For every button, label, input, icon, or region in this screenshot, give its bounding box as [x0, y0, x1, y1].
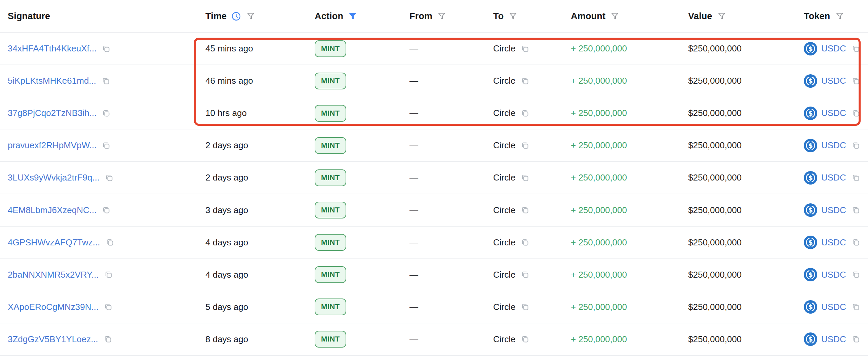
token-link[interactable]: USDC — [821, 108, 846, 118]
time-text: 4 days ago — [206, 237, 248, 248]
copy-icon[interactable] — [101, 44, 111, 54]
copy-icon[interactable] — [520, 237, 530, 248]
svg-text:$: $ — [808, 206, 812, 214]
token-link[interactable]: USDC — [821, 302, 846, 312]
copy-icon[interactable] — [520, 108, 530, 118]
signature-link[interactable]: XApoERoCgMNz39N... — [8, 302, 98, 312]
column-header-value: Value — [688, 0, 727, 32]
signature-link[interactable]: 34xHFA4Tth4KkeuXf... — [8, 43, 96, 54]
filter-active-icon[interactable] — [348, 11, 358, 21]
copy-icon[interactable] — [851, 108, 861, 118]
to-account-label: Circle — [493, 76, 515, 86]
filter-icon[interactable] — [717, 11, 727, 21]
copy-icon[interactable] — [851, 173, 861, 183]
signature-link[interactable]: 3ZdgGzV5BY1YLoez... — [8, 334, 98, 345]
value-text: $250,000,000 — [688, 108, 742, 118]
column-header-amount: Amount — [571, 0, 620, 32]
time-text: 4 days ago — [206, 269, 248, 280]
copy-icon[interactable] — [101, 140, 111, 151]
column-header-signature: Signature — [8, 0, 50, 32]
amount-text: + 250,000,000 — [571, 334, 627, 345]
signature-cell: 34xHFA4Tth4KkeuXf... — [8, 33, 111, 65]
copy-icon[interactable] — [851, 302, 861, 312]
signature-link[interactable]: 5iKpLKtsMHKe61md... — [8, 76, 96, 86]
copy-icon[interactable] — [520, 269, 530, 280]
signature-link[interactable]: pravuexf2RHpMVpW... — [8, 140, 96, 151]
copy-icon[interactable] — [104, 173, 114, 183]
copy-icon[interactable] — [851, 334, 861, 344]
copy-icon[interactable] — [851, 205, 861, 215]
filter-icon[interactable] — [508, 11, 518, 21]
amount-text: + 250,000,000 — [571, 43, 627, 54]
from-cell: — — [409, 129, 418, 161]
copy-icon[interactable] — [103, 334, 113, 344]
mint-action-badge: MINT — [315, 234, 346, 251]
token-link[interactable]: USDC — [821, 205, 846, 216]
copy-icon[interactable] — [851, 140, 861, 151]
token-cell: $ USDC — [804, 291, 861, 323]
svg-text:$: $ — [808, 174, 812, 182]
filter-icon[interactable] — [610, 11, 620, 21]
table-row: 4GPSHWvzAFQ7Twz... 4 days ago MINT — Cir… — [0, 227, 868, 259]
signature-link[interactable]: 37g8PjCqo2TzNB3ih... — [8, 108, 96, 118]
signature-cell: 3LUXs9yWvkja2trF9q... — [8, 162, 114, 194]
token-link[interactable]: USDC — [821, 237, 846, 248]
time-cell: 10 hrs ago — [206, 97, 247, 129]
mint-action-badge: MINT — [315, 40, 346, 57]
copy-icon[interactable] — [103, 302, 113, 312]
token-link[interactable]: USDC — [821, 43, 846, 54]
token-link[interactable]: USDC — [821, 334, 846, 345]
copy-icon[interactable] — [851, 44, 861, 54]
table-row: pravuexf2RHpMVpW... 2 days ago MINT — Ci… — [0, 129, 868, 162]
from-empty-dash: — — [409, 334, 418, 345]
copy-icon[interactable] — [101, 76, 111, 86]
token-link[interactable]: USDC — [821, 172, 846, 183]
amount-text: + 250,000,000 — [571, 108, 627, 118]
to-cell: Circle — [493, 162, 530, 194]
token-link[interactable]: USDC — [821, 269, 846, 280]
clock-icon[interactable] — [231, 11, 241, 22]
action-cell: MINT — [315, 162, 346, 194]
svg-text:$: $ — [808, 335, 812, 343]
token-cell: $ USDC — [804, 259, 861, 291]
value-text: $250,000,000 — [688, 140, 742, 151]
token-transactions-table: Signature Time Action From To — [0, 0, 868, 359]
copy-icon[interactable] — [520, 76, 530, 86]
action-cell: MINT — [315, 129, 346, 161]
amount-cell: + 250,000,000 — [571, 227, 627, 259]
copy-icon[interactable] — [520, 44, 530, 54]
time-cell: 2 days ago — [206, 129, 248, 161]
from-empty-dash: — — [409, 269, 418, 280]
mint-action-badge: MINT — [315, 73, 346, 90]
signature-link[interactable]: 3LUXs9yWvkja2trF9q... — [8, 172, 99, 183]
value-cell: $250,000,000 — [688, 259, 742, 291]
mint-action-badge: MINT — [315, 331, 346, 348]
amount-text: + 250,000,000 — [571, 269, 627, 280]
amount-cell: + 250,000,000 — [571, 194, 627, 226]
value-text: $250,000,000 — [688, 334, 742, 345]
copy-icon[interactable] — [103, 269, 114, 280]
to-account-label: Circle — [493, 172, 515, 183]
signature-link[interactable]: 2baNNXNMR5x2VRY... — [8, 269, 99, 280]
copy-icon[interactable] — [101, 108, 111, 118]
copy-icon[interactable] — [520, 173, 530, 183]
token-link[interactable]: USDC — [821, 76, 846, 86]
filter-icon[interactable] — [437, 11, 447, 21]
signature-link[interactable]: 4EM8LbmJ6XzeqNC... — [8, 205, 96, 216]
token-link[interactable]: USDC — [821, 140, 846, 151]
time-text: 46 mins ago — [206, 76, 253, 86]
copy-icon[interactable] — [520, 140, 530, 151]
copy-icon[interactable] — [851, 237, 861, 248]
copy-icon[interactable] — [101, 205, 111, 215]
copy-icon[interactable] — [851, 76, 861, 86]
filter-icon[interactable] — [835, 11, 845, 21]
signature-link[interactable]: 4GPSHWvzAFQ7Twz... — [8, 237, 100, 248]
copy-icon[interactable] — [105, 237, 115, 248]
copy-icon[interactable] — [520, 334, 530, 344]
time-cell: 45 mins ago — [206, 33, 253, 65]
copy-icon[interactable] — [520, 302, 530, 312]
filter-icon[interactable] — [246, 11, 256, 21]
mint-action-badge: MINT — [315, 169, 346, 186]
copy-icon[interactable] — [520, 205, 530, 215]
copy-icon[interactable] — [851, 269, 861, 280]
